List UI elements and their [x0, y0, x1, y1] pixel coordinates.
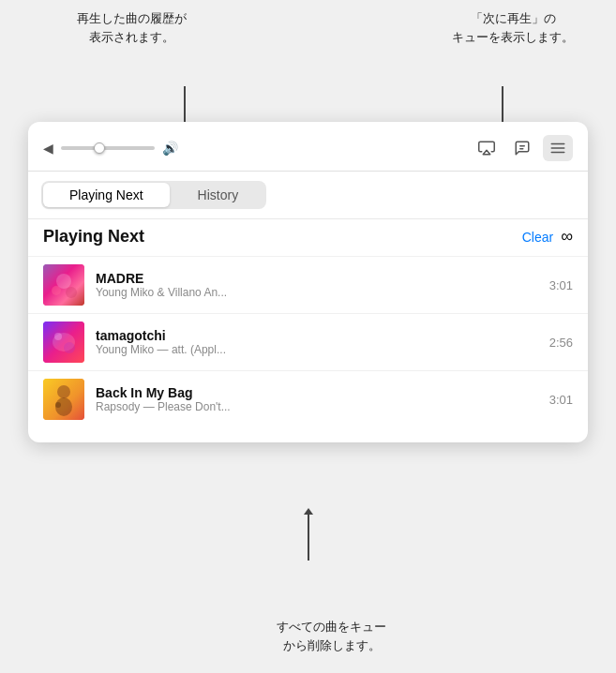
top-bar: ◀ 🔊	[28, 122, 588, 172]
song-duration: 2:56	[549, 336, 573, 350]
album-art-tamagotchi	[43, 322, 84, 363]
song-list: MADRE Young Miko & Villano An... 3:01	[28, 256, 588, 427]
queue-button[interactable]	[543, 135, 573, 161]
volume-thumb[interactable]	[94, 142, 105, 154]
tab-segment: Playing Next History	[41, 181, 266, 209]
song-artist: Young Miko — att. (Appl...	[96, 343, 538, 356]
table-row[interactable]: Back In My Bag Rapsody — Please Don't...…	[28, 370, 588, 427]
song-title: Back In My Bag	[96, 385, 538, 400]
arrow-clear-icon	[308, 514, 309, 561]
main-panel: ◀ 🔊	[28, 122, 588, 442]
song-artist: Young Miko & Villano An...	[96, 286, 538, 299]
annotation-history: 再生した曲の履歴が表示されます。	[56, 9, 206, 46]
svg-point-17	[55, 402, 61, 408]
volume-slider[interactable]	[61, 146, 155, 150]
tab-bar: Playing Next History	[28, 172, 588, 218]
song-row-inner: Back In My Bag Rapsody — Please Don't...…	[96, 385, 573, 413]
airplay-button[interactable]	[472, 135, 502, 161]
song-title: tamagotchi	[96, 328, 538, 343]
tab-playing-next[interactable]: Playing Next	[43, 183, 170, 207]
album-art-madre	[43, 264, 84, 306]
lyrics-button[interactable]	[507, 135, 537, 161]
annotation-clear: すべての曲をキューから削除します。	[252, 618, 412, 654]
tab-history[interactable]: History	[172, 183, 265, 207]
song-duration: 3:01	[549, 393, 573, 407]
song-artist: Rapsody — Please Don't...	[96, 400, 538, 413]
song-info: Back In My Bag Rapsody — Please Don't...	[96, 385, 538, 413]
svg-point-15	[57, 385, 70, 398]
volume-low-icon: ◀	[43, 141, 53, 156]
svg-point-9	[66, 287, 77, 298]
table-row[interactable]: tamagotchi Young Miko — att. (Appl... 2:…	[28, 313, 588, 370]
song-row-inner: tamagotchi Young Miko — att. (Appl... 2:…	[96, 328, 573, 356]
section-actions: Clear ∞	[522, 227, 573, 247]
svg-point-13	[64, 342, 75, 353]
volume-high-icon: 🔊	[162, 141, 178, 156]
song-duration: 3:01	[549, 278, 573, 292]
svg-point-8	[52, 286, 61, 295]
annotation-queue: 「次に再生」のキューを表示します。	[447, 9, 578, 46]
svg-point-12	[54, 333, 62, 340]
svg-point-7	[56, 274, 71, 289]
song-row-inner: MADRE Young Miko & Villano An... 3:01	[96, 271, 573, 299]
clear-button[interactable]: Clear	[522, 230, 553, 245]
album-art-bag	[43, 379, 84, 420]
top-controls	[472, 135, 573, 161]
section-header: Playing Next Clear ∞	[28, 218, 588, 252]
svg-marker-0	[483, 150, 490, 155]
volume-control: ◀ 🔊	[43, 141, 472, 156]
song-info: tamagotchi Young Miko — att. (Appl...	[96, 328, 538, 356]
section-title: Playing Next	[43, 227, 144, 247]
song-info: MADRE Young Miko & Villano An...	[96, 271, 538, 299]
song-title: MADRE	[96, 271, 538, 286]
infinity-icon[interactable]: ∞	[561, 227, 573, 247]
table-row[interactable]: MADRE Young Miko & Villano An... 3:01	[28, 256, 588, 313]
